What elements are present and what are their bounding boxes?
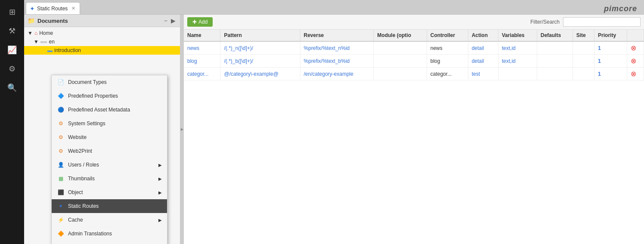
context-menu: 📄 Document Types 🔷 Predefined Properties…	[51, 75, 167, 244]
tree-expand-icon: ▼	[34, 39, 39, 45]
menu-item-website[interactable]: ⚙ Website	[52, 130, 167, 144]
submenu-arrow-icon: ▶	[158, 190, 162, 195]
page-tree-icon: ▬	[47, 47, 53, 53]
col-pattern: Pattern	[220, 30, 300, 41]
menu-item-label: Admin Translations	[68, 231, 112, 237]
analytics-nav-icon[interactable]: 📈	[3, 41, 21, 59]
search-nav-icon[interactable]: 🔍	[3, 79, 21, 96]
cell-priority[interactable]: 1	[594, 41, 627, 55]
col-module: Module (optio	[374, 30, 427, 41]
cell-name[interactable]: categor...	[184, 68, 220, 80]
cell-pattern[interactable]: @/category\-example@	[220, 68, 300, 80]
add-button[interactable]: ✚ Add	[187, 17, 213, 27]
cell-module	[374, 55, 427, 68]
static-routes-table: Name Pattern Reverse Module (optio Contr…	[184, 30, 644, 80]
resize-handle[interactable]	[180, 15, 184, 244]
sidebar-panel: 📁 Documents − ▶ ▼ ⌂ Home ▼ ∞∞ en	[24, 15, 180, 244]
cell-name[interactable]: news	[184, 41, 220, 55]
delete-button[interactable]: ⊗	[631, 70, 636, 78]
config-nav-icon[interactable]: ⚙	[3, 60, 21, 77]
tab-bar: ✦ Static Routes ✕ pimcore	[24, 0, 644, 15]
tree-header: 📁 Documents − ▶	[24, 15, 180, 27]
menu-item-predefined-properties[interactable]: 🔷 Predefined Properties	[52, 89, 167, 103]
cell-delete[interactable]: ⊗	[627, 68, 644, 80]
table-row: categor... @/category\-example@ /en/cate…	[184, 68, 644, 80]
predefined-properties-icon: 🔷	[57, 92, 65, 100]
main-area: ✦ Static Routes ✕ pimcore 📁 Documents − …	[24, 0, 644, 244]
menu-item-label: Document Types	[68, 79, 107, 85]
menu-item-label: Object	[68, 189, 83, 195]
cell-variables[interactable]: text,id	[498, 55, 537, 68]
tree-expand-button[interactable]: ▶	[170, 17, 176, 24]
filter-input[interactable]	[563, 17, 641, 27]
delete-button[interactable]: ⊗	[631, 44, 636, 52]
table-row: blog /(.*)_b([\d]+)/ %prefix/%text_b%id …	[184, 55, 644, 68]
cell-priority[interactable]: 1	[594, 68, 627, 80]
cell-site	[573, 55, 594, 68]
submenu-arrow-icon: ▶	[158, 163, 162, 167]
menu-item-label: Users / Roles	[68, 162, 99, 168]
menu-item-tag-configuration[interactable]: 🏷 Tag Configuration	[52, 241, 167, 244]
tree-item-label: Home	[39, 30, 53, 36]
cell-reverse[interactable]: %prefix/%text_b%id	[300, 55, 374, 68]
tools-nav-icon[interactable]: ⚒	[3, 22, 21, 40]
home-nav-icon[interactable]: ⊞	[3, 3, 21, 21]
menu-item-label: Static Routes	[68, 203, 99, 209]
cell-variables[interactable]: text,id	[498, 41, 537, 55]
cell-controller: categor...	[427, 68, 468, 80]
tree-item-en[interactable]: ▼ ∞∞ en	[24, 37, 180, 46]
thumbnails-icon: ▦	[57, 175, 65, 182]
cell-reverse[interactable]: %prefix/%text_n%id	[300, 41, 374, 55]
icon-bar: ⊞ ⚒ 📈 ⚙ 🔍	[0, 0, 24, 244]
tree-item-label: introduction	[54, 47, 81, 53]
cell-reverse[interactable]: /en/category-example	[300, 68, 374, 80]
menu-item-label: Cache	[68, 217, 83, 223]
cell-pattern[interactable]: /(.*)_n([\d]+)/	[220, 41, 300, 55]
cell-delete[interactable]: ⊗	[627, 41, 644, 55]
col-actions	[627, 30, 644, 41]
tab-routes-icon: ✦	[30, 5, 35, 12]
admin-translations-icon: 🔶	[57, 230, 65, 238]
cell-site	[573, 41, 594, 55]
cell-action[interactable]: detail	[468, 41, 498, 55]
menu-item-object[interactable]: ⬛ Object ▶	[52, 185, 167, 199]
col-reverse: Reverse	[300, 30, 374, 41]
table-row: news /(.*)_n([\d]+)/ %prefix/%text_n%id …	[184, 41, 644, 55]
cache-icon: ⚡	[57, 216, 65, 224]
cell-action[interactable]: test	[468, 68, 498, 80]
menu-item-static-routes[interactable]: ✦ Static Routes	[52, 199, 167, 213]
col-defaults: Defaults	[537, 30, 573, 41]
sidebar-title: Documents	[37, 18, 68, 24]
delete-button[interactable]: ⊗	[631, 57, 636, 65]
en-tree-icon: ∞∞	[40, 39, 47, 44]
toolbar: ✚ Add Filter/Search	[184, 15, 644, 30]
tree-header-actions: − ▶	[163, 17, 176, 24]
menu-item-admin-translations[interactable]: 🔶 Admin Translations	[52, 227, 167, 241]
tab-static-routes[interactable]: ✦ Static Routes ✕	[26, 2, 80, 14]
menu-item-label: System Settings	[68, 120, 105, 127]
cell-name[interactable]: blog	[184, 55, 220, 68]
menu-item-document-types[interactable]: 📄 Document Types	[52, 75, 167, 89]
add-icon: ✚	[192, 19, 197, 25]
menu-item-label: Predefined Asset Metadata	[68, 107, 130, 113]
menu-item-users-roles[interactable]: 👤 Users / Roles ▶	[52, 158, 167, 172]
cell-pattern[interactable]: /(.*)_b([\d]+)/	[220, 55, 300, 68]
tree-item-introduction[interactable]: ▬ introduction	[24, 46, 180, 55]
menu-item-system-settings[interactable]: ⚙ System Settings	[52, 117, 167, 130]
cell-module	[374, 68, 427, 80]
tree-item-home[interactable]: ▼ ⌂ Home	[24, 29, 180, 37]
tree-collapse-button[interactable]: −	[163, 17, 168, 24]
menu-item-web2print[interactable]: ⚙ Web2Print	[52, 144, 167, 158]
menu-item-cache[interactable]: ⚡ Cache ▶	[52, 213, 167, 227]
col-action: Action	[468, 30, 498, 41]
cell-defaults	[537, 41, 573, 55]
tab-close-button[interactable]: ✕	[71, 6, 75, 11]
cell-action[interactable]: detail	[468, 55, 498, 68]
cell-delete[interactable]: ⊗	[627, 55, 644, 68]
menu-item-predefined-asset-metadata[interactable]: 🔵 Predefined Asset Metadata	[52, 103, 167, 117]
tree-collapse-icon: ▼	[28, 30, 33, 36]
website-icon: ⚙	[57, 133, 65, 141]
cell-priority[interactable]: 1	[594, 55, 627, 68]
menu-item-thumbnails[interactable]: ▦ Thumbnails ▶	[52, 172, 167, 185]
add-label: Add	[198, 19, 207, 25]
